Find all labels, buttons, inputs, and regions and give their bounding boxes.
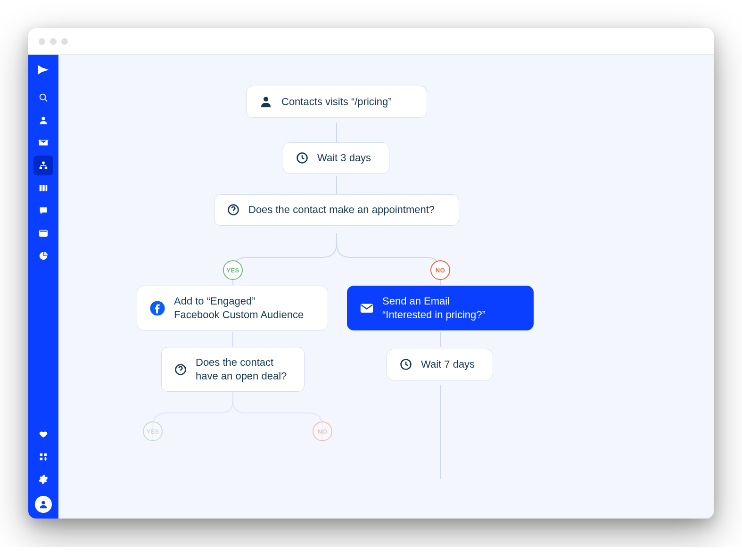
wait-label: Wait 7 days (421, 358, 475, 371)
action-label: Send an Email “Interested in pricing?” (382, 295, 486, 321)
nav-contacts[interactable] (33, 110, 53, 130)
branch-no-badge-2: NO (313, 421, 332, 441)
badge-text: YES (146, 428, 159, 435)
action-label: Add to “Engaged” Facebook Custom Audienc… (174, 295, 304, 321)
svg-point-16 (41, 501, 45, 504)
nav-conversations[interactable] (33, 201, 53, 221)
facebook-icon (149, 300, 165, 316)
window-control-minimize[interactable] (50, 38, 57, 45)
svg-rect-13 (40, 453, 43, 456)
window-titlebar (28, 28, 714, 55)
automation-canvas[interactable]: Contacts visits “/pricing” Wait 3 days D… (58, 55, 714, 519)
wait-node-2[interactable]: Wait 7 days (387, 349, 493, 380)
nav-favorites[interactable] (33, 424, 53, 444)
sidebar (28, 55, 58, 519)
trigger-label: Contacts visits “/pricing” (281, 95, 392, 109)
trigger-node[interactable]: Contacts visits “/pricing” (246, 86, 427, 118)
condition-label: Does the contact make an appointment? (248, 203, 435, 217)
wait-node-1[interactable]: Wait 3 days (283, 142, 389, 174)
branch-no-badge: NO (430, 260, 450, 280)
nav-search[interactable] (33, 88, 53, 107)
question-icon (227, 203, 240, 216)
nav-site[interactable] (33, 223, 53, 243)
svg-rect-7 (42, 185, 45, 191)
person-icon (259, 95, 273, 109)
svg-rect-5 (45, 167, 48, 169)
svg-point-0 (40, 94, 46, 100)
app-logo-icon[interactable] (34, 60, 53, 79)
svg-rect-3 (42, 162, 45, 164)
svg-rect-6 (40, 185, 42, 191)
svg-point-22 (264, 97, 268, 101)
window-control-zoom[interactable] (61, 38, 68, 45)
nav-account[interactable] (35, 496, 52, 513)
nav-automations[interactable] (33, 156, 53, 175)
svg-rect-14 (44, 453, 47, 456)
nav-campaigns[interactable] (33, 133, 53, 153)
branch-yes-badge-2: YES (143, 421, 163, 441)
svg-rect-15 (40, 458, 43, 461)
svg-line-1 (45, 99, 47, 101)
badge-text: YES (226, 267, 239, 274)
action-node-email[interactable]: Send an Email “Interested in pricing?” (347, 286, 534, 330)
condition-node-2[interactable]: Does the contact have an open deal? (161, 347, 305, 392)
nav-reports[interactable] (33, 246, 53, 266)
svg-point-29 (180, 372, 181, 372)
app-window: Contacts visits “/pricing” Wait 3 days D… (28, 28, 714, 519)
window-control-close[interactable] (39, 38, 45, 45)
condition-label: Does the contact have an open deal? (196, 356, 287, 383)
svg-point-25 (233, 212, 233, 213)
action-node-facebook[interactable]: Add to “Engaged” Facebook Custom Audienc… (137, 286, 328, 330)
wait-label: Wait 3 days (317, 151, 371, 165)
clock-icon (399, 358, 412, 371)
condition-node-1[interactable]: Does the contact make an appointment? (214, 194, 459, 226)
badge-text: NO (436, 267, 445, 274)
svg-rect-8 (46, 185, 48, 191)
nav-deals[interactable] (33, 178, 53, 198)
badge-text: NO (318, 428, 327, 435)
question-icon (174, 363, 187, 376)
branch-yes-badge: YES (223, 260, 243, 280)
app-body: Contacts visits “/pricing” Wait 3 days D… (28, 55, 714, 519)
svg-point-2 (41, 117, 45, 120)
svg-rect-4 (40, 167, 42, 169)
nav-apps[interactable] (33, 447, 53, 467)
nav-settings[interactable] (33, 469, 53, 489)
clock-icon (296, 151, 309, 165)
mail-icon (360, 303, 374, 314)
